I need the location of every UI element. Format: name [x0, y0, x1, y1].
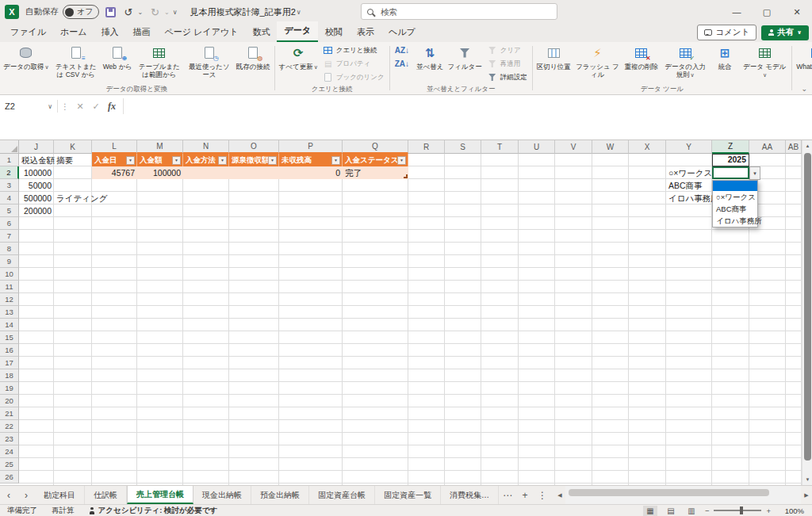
insert-function-icon[interactable]: fx — [104, 101, 120, 113]
table-corner-handle[interactable] — [404, 174, 408, 178]
save-icon[interactable] — [105, 7, 116, 17]
cell-Y2[interactable]: ○×ワークス — [666, 166, 712, 179]
name-box-chevron-icon[interactable]: ∨ — [48, 103, 52, 110]
row-header-5[interactable]: 5 — [0, 204, 19, 217]
cell-M1[interactable]: 入金額▼ — [137, 154, 183, 166]
filter-button[interactable]: ▼ — [268, 156, 277, 165]
filter-button[interactable]: ▼ — [172, 156, 181, 165]
remove-duplicates-button[interactable]: ✕重複の削除 — [622, 43, 660, 71]
what-if-analysis-button[interactable]: ?What-If 分析∨ — [795, 43, 812, 71]
zoom-out-button[interactable]: − — [705, 506, 710, 515]
cell-Q2[interactable]: 完了 — [343, 166, 408, 179]
row-header-6[interactable]: 6 — [0, 217, 19, 230]
column-header-M[interactable]: M — [137, 140, 183, 154]
column-header-O[interactable]: O — [229, 140, 279, 154]
vertical-scroll-thumb[interactable] — [804, 153, 811, 461]
zoom-percentage[interactable]: 100% — [777, 506, 804, 515]
text-to-columns-button[interactable]: 区切り位置 — [535, 43, 573, 71]
name-box[interactable]: Z2 ∨ — [0, 98, 57, 114]
dropdown-item-selected[interactable] — [713, 181, 757, 191]
column-header-V[interactable]: V — [555, 140, 592, 154]
accessibility-status[interactable]: アクセシビリティ: 検討が必要です — [82, 506, 225, 516]
cell-P2[interactable]: 0 — [279, 166, 343, 179]
grid-body[interactable]: 税込金額摘要入金日▼入金額▼入金方法▼源泉徴収額▼未収残高▼入金ステータス▼10… — [19, 154, 802, 485]
column-header-N[interactable]: N — [183, 140, 229, 154]
dropdown-item[interactable]: ABC商事 — [713, 203, 757, 215]
filter-button[interactable]: ▼ — [218, 156, 227, 165]
row-header-15[interactable]: 15 — [0, 331, 19, 344]
data-validation-button[interactable]: ✓データの入力規則∨ — [661, 43, 710, 78]
row-header-1[interactable]: 1 — [0, 154, 19, 166]
ribbon-tab-データ[interactable]: データ — [277, 21, 318, 42]
formula-input[interactable] — [123, 98, 812, 114]
excel-logo-icon[interactable]: X — [5, 5, 19, 19]
horizontal-scrollbar[interactable]: ◀ ▶ — [554, 486, 812, 504]
ribbon-tab-挿入[interactable]: 挿入 — [94, 23, 126, 42]
status-calculate[interactable]: 再計算 — [44, 506, 82, 516]
from-table-range-button[interactable]: テーブルまたは範囲から — [135, 43, 184, 78]
column-header-AB[interactable]: AB — [786, 140, 802, 154]
scroll-down-icon[interactable]: ▼ — [802, 474, 812, 485]
row-header-20[interactable]: 20 — [0, 395, 19, 407]
ribbon-tab-校閲[interactable]: 校閲 — [318, 23, 350, 42]
column-header-P[interactable]: P — [279, 140, 343, 154]
column-header-W[interactable]: W — [592, 140, 629, 154]
row-header-3[interactable]: 3 — [0, 179, 19, 192]
zoom-slider-thumb[interactable] — [740, 506, 743, 514]
cell-N1[interactable]: 入金方法▼ — [183, 154, 229, 166]
formula-bar-splitter[interactable]: ⋮ — [57, 100, 72, 113]
data-model-button[interactable]: データ モデル∨ — [740, 43, 789, 78]
row-header-26[interactable]: 26 — [0, 471, 19, 484]
row-header-24[interactable]: 24 — [0, 445, 19, 458]
row-header-17[interactable]: 17 — [0, 357, 19, 369]
sort-ascending-button[interactable]: A​Z↓ — [393, 44, 414, 57]
document-title[interactable]: 見本用複式家計簿_記事用2∨ — [190, 6, 301, 18]
sheet-tab-現金出納帳[interactable]: 現金出納帳 — [193, 486, 251, 504]
more-sheets-icon[interactable]: ⋯ — [499, 486, 516, 504]
page-layout-view-button[interactable]: ▤ — [664, 506, 678, 516]
cell-Z1[interactable]: 2025 — [712, 154, 749, 166]
horizontal-scroll-thumb[interactable] — [569, 489, 769, 496]
filter-button[interactable]: ▼ — [397, 156, 406, 165]
column-header-Y[interactable]: Y — [666, 140, 712, 154]
column-header-AA[interactable]: AA — [749, 140, 786, 154]
ribbon-tab-描画[interactable]: 描画 — [126, 23, 158, 42]
sheet-options-icon[interactable]: ⋮ — [534, 486, 551, 504]
row-header-2[interactable]: 2 — [0, 166, 19, 179]
recent-sources-button[interactable]: ◷最近使ったソース — [185, 43, 234, 78]
cell-K4[interactable]: ライティング — [54, 192, 92, 204]
zoom-slider[interactable] — [714, 510, 761, 511]
undo-chevron-icon[interactable]: ⌄ — [137, 9, 143, 16]
autosave-toggle[interactable]: オフ — [63, 5, 99, 19]
cell-J2[interactable]: 100000 — [19, 166, 54, 179]
sheet-tab-仕訳帳[interactable]: 仕訳帳 — [85, 486, 127, 504]
advanced-filter-button[interactable]: 詳細設定 — [485, 71, 530, 84]
ribbon-tab-ヘルプ[interactable]: ヘルプ — [381, 23, 423, 42]
scroll-right-icon[interactable]: ▶ — [801, 492, 812, 499]
ribbon-tab-ページ レイアウト[interactable]: ページ レイアウト — [158, 23, 246, 42]
dropdown-arrow-button[interactable]: ▼ — [749, 166, 760, 180]
flash-fill-button[interactable]: ⚡フラッシュ フィル — [573, 43, 622, 78]
row-header-14[interactable]: 14 — [0, 319, 19, 331]
from-text-csv-button[interactable]: ≡テキストまたは CSV から — [52, 43, 101, 78]
row-header-19[interactable]: 19 — [0, 382, 19, 395]
scroll-left-icon[interactable]: ◀ — [554, 492, 565, 499]
close-button[interactable]: ✕ — [782, 0, 812, 24]
restore-button[interactable]: ▢ — [752, 0, 782, 24]
customize-quick-access-icon[interactable]: ∨ — [173, 9, 178, 16]
vertical-scrollbar[interactable]: ▲ ▼ — [802, 140, 812, 485]
column-header-Q[interactable]: Q — [343, 140, 408, 154]
cell-L1[interactable]: 入金日▼ — [92, 154, 137, 166]
sheet-tab-勘定科目[interactable]: 勘定科目 — [35, 486, 85, 504]
queries-connections-button[interactable]: クエリと接続 — [320, 44, 387, 57]
from-web-button[interactable]: ⊕Web から — [102, 43, 134, 71]
row-header-16[interactable]: 16 — [0, 344, 19, 357]
page-break-view-button[interactable]: ▥ — [684, 506, 699, 516]
column-header-K[interactable]: K — [54, 140, 92, 154]
cell-J4[interactable]: 500000 — [19, 192, 54, 204]
row-header-8[interactable]: 8 — [0, 243, 19, 255]
ribbon-tab-ホーム[interactable]: ホーム — [53, 23, 94, 42]
cell-Y3[interactable]: ABC商事 — [666, 179, 712, 192]
column-header-S[interactable]: S — [445, 140, 481, 154]
minimize-button[interactable]: — — [722, 0, 752, 24]
